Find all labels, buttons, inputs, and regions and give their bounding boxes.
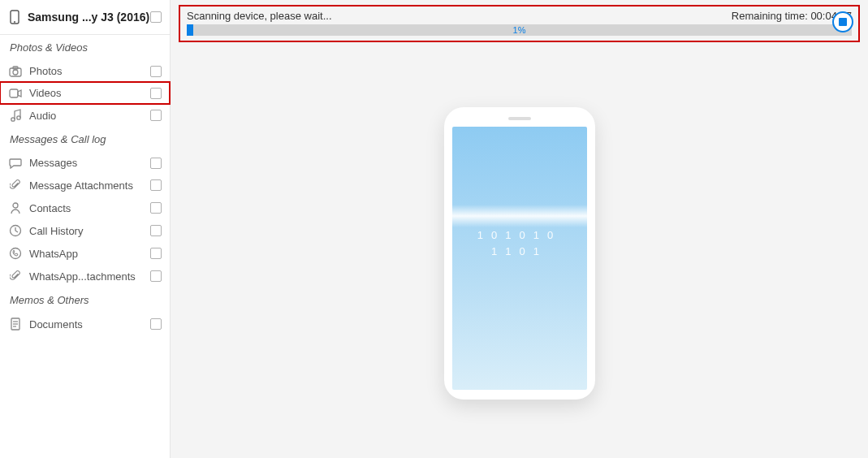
stop-button[interactable] [832, 11, 853, 32]
phone-speaker [508, 117, 531, 120]
sidebar-item-label: Videos [29, 87, 150, 99]
sidebar-item-checkbox[interactable] [150, 318, 162, 330]
sidebar-item-label: Audio [29, 110, 150, 122]
attachment-icon [8, 270, 23, 283]
section-header: Messages & Call log [0, 127, 170, 152]
sidebar-item-checkbox[interactable] [150, 270, 162, 282]
sidebar-item-checkbox[interactable] [150, 248, 162, 259]
progress-percent: 1% [513, 24, 526, 36]
sidebar-item-checkbox[interactable] [150, 225, 162, 236]
sidebar-item-documents[interactable]: Documents [0, 313, 170, 335]
svg-point-1 [14, 21, 15, 23]
sidebar: Samsung ...y J3 (2016) Photos & VideosPh… [0, 0, 171, 458]
sidebar-item-label: Contacts [29, 202, 150, 214]
phone-preview-area: 101010 1101 [171, 49, 868, 458]
sidebar-item-label: WhatsApp...tachments [29, 270, 150, 283]
sidebar-item-checkbox[interactable] [150, 110, 162, 121]
sidebar-item-label: Messages [29, 157, 150, 169]
phone-icon [8, 10, 21, 24]
phone-mockup: 101010 1101 [444, 107, 595, 400]
camera-icon [8, 66, 23, 77]
device-checkbox[interactable] [150, 11, 162, 23]
sidebar-item-photos[interactable]: Photos [0, 60, 170, 82]
callhistory-icon [8, 224, 23, 237]
document-icon [8, 318, 23, 331]
sidebar-item-checkbox[interactable] [150, 66, 162, 77]
main-area: Scanning device, please wait... Remainin… [171, 0, 868, 458]
message-icon [8, 158, 23, 169]
attachment-icon [8, 179, 23, 192]
stop-icon [839, 18, 847, 26]
sidebar-item-contacts[interactable]: Contacts [0, 197, 170, 219]
phone-screen: 101010 1101 [452, 127, 587, 390]
svg-rect-5 [10, 89, 18, 97]
audio-icon [8, 109, 23, 122]
section-header: Memos & Others [0, 287, 170, 313]
whatsapp-icon [8, 247, 23, 260]
sidebar-item-label: Message Attachments [29, 179, 150, 192]
sidebar-item-checkbox[interactable] [150, 88, 162, 99]
device-header: Samsung ...y J3 (2016) [0, 0, 170, 35]
binary-digits: 101010 1101 [452, 227, 587, 260]
sidebar-item-messages[interactable]: Messages [0, 152, 170, 174]
sidebar-item-audio[interactable]: Audio [0, 104, 170, 127]
svg-point-10 [11, 248, 21, 259]
scan-status-text: Scanning device, please wait... [187, 10, 332, 22]
sidebar-item-videos[interactable]: Videos [0, 82, 170, 104]
scan-line-effect [452, 205, 587, 227]
sidebar-item-call-history[interactable]: Call History [0, 219, 170, 242]
sidebar-item-message-attachments[interactable]: Message Attachments [0, 174, 170, 197]
svg-point-3 [13, 70, 18, 75]
svg-point-8 [13, 203, 18, 208]
sidebar-item-whatsapp[interactable]: WhatsApp [0, 242, 170, 265]
sidebar-item-checkbox[interactable] [150, 179, 162, 191]
progress-bar: 1% [187, 24, 852, 36]
device-name: Samsung ...y J3 (2016) [28, 11, 150, 24]
sidebar-item-whatsapp-tachments[interactable]: WhatsApp...tachments [0, 265, 170, 287]
scan-progress-panel: Scanning device, please wait... Remainin… [180, 6, 858, 41]
contacts-icon [8, 201, 23, 214]
sidebar-item-label: Documents [29, 318, 150, 331]
sidebar-item-label: Call History [29, 225, 150, 237]
video-icon [8, 89, 23, 98]
sidebar-item-label: Photos [29, 65, 150, 77]
section-header: Photos & Videos [0, 35, 170, 60]
sidebar-item-checkbox[interactable] [150, 158, 162, 169]
sidebar-item-label: WhatsApp [29, 248, 150, 260]
progress-fill [187, 24, 193, 36]
sidebar-item-checkbox[interactable] [150, 202, 162, 214]
